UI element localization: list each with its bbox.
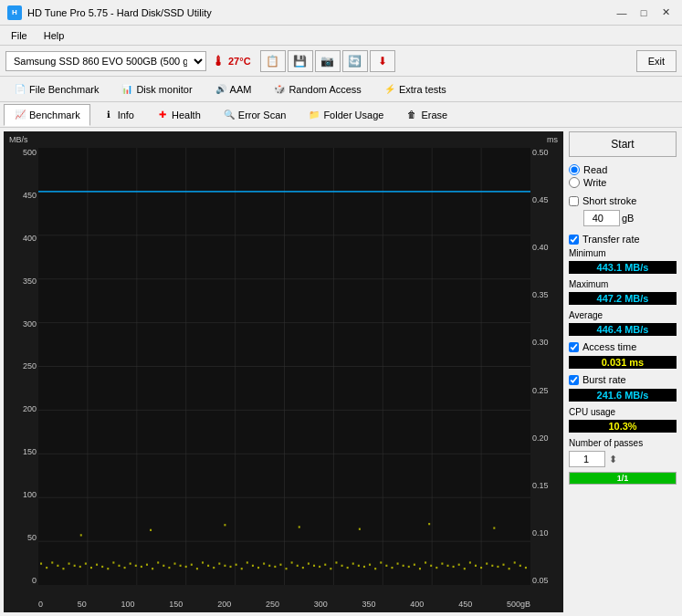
x-label-450: 450	[458, 600, 472, 609]
y-label-450: 450	[23, 191, 37, 200]
svg-rect-73	[341, 565, 343, 567]
tab-file-benchmark-label: File Benchmark	[29, 84, 99, 95]
tab-random-access[interactable]: 🎲 Random Access	[263, 78, 371, 100]
short-stroke-input[interactable]	[583, 210, 620, 226]
svg-rect-94	[458, 564, 460, 566]
svg-rect-79	[374, 568, 376, 569]
minimize-button[interactable]: —	[613, 5, 631, 20]
svg-rect-70	[324, 564, 326, 566]
start-button[interactable]: Start	[569, 131, 677, 157]
access-time-checkbox-label[interactable]: Access time	[569, 341, 677, 352]
file-benchmark-icon: 📄	[14, 83, 26, 96]
transfer-rate-checkbox-label[interactable]: Transfer rate	[569, 234, 677, 245]
menu-help[interactable]: Help	[37, 28, 72, 43]
passes-input[interactable]	[569, 451, 605, 467]
svg-rect-84	[403, 565, 404, 567]
svg-rect-21	[51, 561, 53, 563]
menu-bar: File Help	[0, 26, 682, 46]
svg-rect-37	[141, 566, 142, 568]
y-label-400: 400	[23, 234, 37, 243]
tab-error-scan-label: Error Scan	[238, 110, 287, 120]
toolbar-btn-5[interactable]: ⬇	[370, 50, 395, 72]
read-radio-label[interactable]: Read	[569, 164, 677, 175]
y-right-005: 0.05	[532, 576, 549, 585]
drive-select[interactable]: Samsung SSD 860 EVO 500GB (500 gB)	[5, 51, 206, 71]
info-icon: ℹ	[102, 109, 115, 121]
toolbar-btn-4[interactable]: 🔄	[342, 50, 368, 72]
svg-rect-67	[308, 562, 310, 564]
svg-rect-107	[80, 534, 82, 536]
tab-info[interactable]: ℹ Info	[92, 104, 144, 126]
burst-rate-checkbox-label[interactable]: Burst rate	[569, 374, 677, 385]
svg-rect-100	[491, 565, 493, 567]
svg-rect-32	[112, 561, 114, 563]
maximum-label: Maximum	[569, 279, 677, 289]
tab-aam[interactable]: 🔊 AAM	[205, 78, 262, 100]
svg-rect-53	[229, 566, 231, 568]
access-time-checkbox[interactable]	[569, 342, 579, 352]
average-label: Average	[569, 310, 677, 320]
x-label-400: 400	[410, 600, 424, 609]
y-axis-left: 500 450 400 350 300 250 200 150 100 50 0	[5, 148, 37, 585]
tab-benchmark[interactable]: 📈 Benchmark	[4, 104, 90, 126]
svg-rect-74	[347, 567, 349, 569]
tab-health-label: Health	[172, 110, 201, 120]
transfer-rate-checkbox[interactable]	[569, 235, 579, 245]
toolbar-btn-3[interactable]: 📷	[315, 50, 341, 72]
short-stroke-checkbox[interactable]	[569, 196, 579, 206]
chart-inner	[38, 148, 530, 585]
svg-rect-63	[286, 568, 288, 569]
svg-rect-36	[135, 565, 137, 567]
x-label-100: 100	[121, 600, 135, 609]
burst-rate-checkbox[interactable]	[569, 375, 579, 385]
read-radio[interactable]	[569, 164, 580, 175]
svg-rect-65	[297, 565, 299, 567]
tab-extra-tests[interactable]: ⚡ Extra tests	[373, 78, 456, 100]
tab-error-scan[interactable]: 🔍 Error Scan	[213, 104, 297, 126]
short-stroke-checkbox-label[interactable]: Short stroke	[569, 195, 677, 206]
svg-rect-71	[330, 568, 331, 569]
svg-rect-57	[252, 565, 254, 567]
short-stroke-spin-row: gB	[583, 210, 677, 226]
write-radio-text: Write	[583, 177, 606, 188]
tab-folder-usage[interactable]: 📁 Folder Usage	[298, 104, 393, 126]
svg-rect-46	[191, 564, 193, 566]
close-button[interactable]: ✕	[656, 5, 675, 20]
svg-rect-58	[257, 567, 259, 569]
temperature-value: 27°C	[228, 56, 251, 67]
access-time-text: Access time	[582, 341, 636, 352]
svg-rect-41	[163, 565, 164, 567]
svg-rect-78	[369, 564, 371, 566]
radio-group-read-write: Read Write	[569, 164, 677, 188]
x-label-0: 0	[38, 600, 43, 609]
tabs-row-2: 📈 Benchmark ℹ Info ✚ Health 🔍 Error Scan…	[0, 102, 682, 128]
write-radio[interactable]	[569, 177, 580, 188]
tab-health[interactable]: ✚ Health	[146, 104, 211, 126]
toolbar-btn-1[interactable]: 📋	[260, 50, 286, 72]
maximum-stat: Maximum 447.2 MB/s	[569, 279, 677, 305]
tab-erase[interactable]: 🗑 Erase	[395, 104, 457, 126]
maximize-button[interactable]: □	[635, 5, 653, 20]
tab-disk-monitor[interactable]: 📊 Disk monitor	[110, 78, 202, 100]
exit-button[interactable]: Exit	[636, 50, 677, 72]
svg-rect-98	[480, 567, 482, 569]
tab-extra-tests-label: Extra tests	[399, 84, 446, 95]
toolbar-icons: 📋 💾 📷 🔄 ⬇	[260, 50, 395, 72]
svg-rect-92	[446, 565, 448, 567]
svg-rect-104	[514, 561, 516, 563]
svg-rect-106	[525, 567, 527, 569]
svg-rect-112	[428, 523, 430, 525]
svg-rect-45	[185, 566, 187, 568]
y-right-045: 0.45	[532, 195, 549, 204]
window-title: HD Tune Pro 5.75 - Hard Disk/SSD Utility	[27, 7, 212, 18]
health-icon: ✚	[156, 109, 169, 121]
svg-rect-29	[96, 564, 98, 566]
svg-rect-43	[173, 562, 175, 564]
y-label-150: 150	[23, 447, 37, 456]
write-radio-label[interactable]: Write	[569, 177, 677, 188]
svg-rect-109	[224, 524, 226, 526]
menu-file[interactable]: File	[4, 28, 35, 43]
svg-rect-33	[118, 565, 120, 567]
toolbar-btn-2[interactable]: 💾	[288, 50, 313, 72]
tab-file-benchmark[interactable]: 📄 File Benchmark	[4, 78, 109, 100]
